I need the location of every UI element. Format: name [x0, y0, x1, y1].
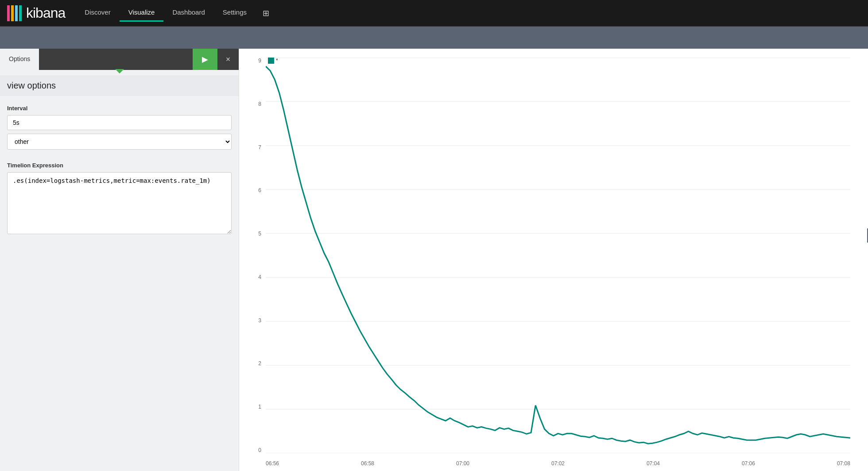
- x-label-0708: 07:08: [837, 460, 850, 467]
- y-label-2: 2: [244, 360, 261, 367]
- nav-settings[interactable]: Settings: [214, 5, 256, 22]
- chart-line: [266, 66, 850, 444]
- x-label-0658: 06:58: [361, 460, 374, 467]
- legend-label: *: [276, 58, 278, 64]
- panel-actions: ▶ ×: [193, 49, 239, 70]
- interval-label: Interval: [7, 105, 232, 112]
- y-label-5: 5: [244, 231, 261, 237]
- interval-select[interactable]: auto other: [7, 134, 232, 150]
- nav-visualize[interactable]: Visualize: [120, 5, 164, 22]
- x-label-0704: 07:04: [647, 460, 660, 467]
- kibana-logo-text: kibana: [26, 5, 65, 21]
- bar-blue: [15, 5, 18, 21]
- tab-options[interactable]: Options: [0, 49, 39, 70]
- y-label-3: 3: [244, 317, 261, 324]
- legend-color-box: [268, 58, 274, 64]
- close-button[interactable]: ×: [217, 49, 239, 70]
- x-label-0656: 06:56: [266, 460, 279, 467]
- panel-tabs: Options ▶ ×: [0, 49, 239, 70]
- y-label-1: 1: [244, 404, 261, 410]
- sub-toolbar: [0, 27, 868, 49]
- y-label-8: 8: [244, 101, 261, 107]
- brand: kibana: [7, 5, 65, 21]
- interval-field: Interval auto other: [7, 105, 232, 158]
- nav-dashboard[interactable]: Dashboard: [163, 5, 213, 22]
- bar-teal: [19, 5, 22, 21]
- nav-discover[interactable]: Discover: [76, 5, 119, 22]
- run-button[interactable]: ▶: [193, 49, 217, 70]
- y-label-6: 6: [244, 187, 261, 193]
- x-label-0706: 07:06: [742, 460, 755, 467]
- chart-area: 0 1 2 3 4 5 6 7 8 9: [239, 49, 868, 471]
- y-label-9: 9: [244, 58, 261, 64]
- nav-apps-icon[interactable]: ⊞: [256, 5, 276, 22]
- timelion-field: Timelion Expression .es(index=logstash-m…: [7, 162, 232, 236]
- section-title: view options: [0, 75, 239, 96]
- left-panel: Options ▶ × view options Interval auto o…: [0, 49, 239, 471]
- y-label-4: 4: [244, 274, 261, 280]
- chart-container: 0 1 2 3 4 5 6 7 8 9: [239, 49, 868, 471]
- y-axis: 0 1 2 3 4 5 6 7 8 9: [244, 58, 261, 453]
- y-label-0: 0: [244, 447, 261, 453]
- bar-yellow: [11, 5, 14, 21]
- interval-input[interactable]: [7, 115, 232, 130]
- chart-legend: *: [268, 58, 278, 64]
- main-nav: Discover Visualize Dashboard Settings ⊞: [76, 5, 276, 22]
- x-label-0700: 07:00: [456, 460, 469, 467]
- x-label-0702: 07:02: [551, 460, 565, 467]
- timelion-input[interactable]: .es(index=logstash-metrics,metric=max:ev…: [7, 172, 232, 234]
- timelion-label: Timelion Expression: [7, 162, 232, 169]
- chart-svg: [266, 58, 850, 453]
- tab-indicator: [0, 70, 239, 75]
- y-label-7: 7: [244, 144, 261, 151]
- x-axis: 06:56 06:58 07:00 07:02 07:04 07:06 07:0…: [266, 460, 850, 467]
- bar-pink: [7, 5, 10, 21]
- navbar: kibana Discover Visualize Dashboard Sett…: [0, 0, 868, 27]
- kibana-bars-icon: [7, 5, 22, 21]
- panel-content: view options Interval auto other Timelio…: [0, 75, 239, 471]
- main-layout: Options ▶ × view options Interval auto o…: [0, 49, 868, 471]
